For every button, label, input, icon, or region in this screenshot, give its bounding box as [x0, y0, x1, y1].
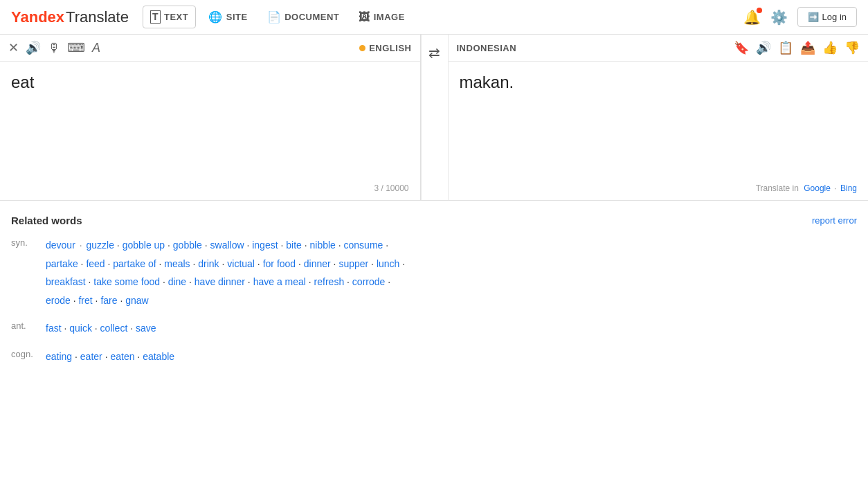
site-icon: 🌐 [208, 10, 223, 24]
source-text-area[interactable]: eat 3 / 10000 [0, 62, 420, 200]
word-refresh[interactable]: refresh [314, 276, 345, 287]
login-button[interactable]: ➡️ Log in [797, 7, 857, 27]
word-partake[interactable]: partake [46, 258, 78, 269]
word-nibble[interactable]: nibble [310, 240, 336, 251]
login-label: Log in [822, 12, 847, 22]
word-fast[interactable]: fast [46, 323, 62, 334]
word-meals[interactable]: meals [164, 258, 190, 269]
target-text: makan. [460, 73, 858, 92]
word-eater[interactable]: eater [80, 351, 102, 362]
notification-dot [757, 8, 762, 13]
word-consume[interactable]: consume [344, 240, 383, 251]
word-quick[interactable]: quick [69, 323, 92, 334]
word-collect[interactable]: collect [100, 323, 128, 334]
target-lang-label: INDONESIAN [457, 43, 517, 53]
word-fare[interactable]: fare [100, 295, 117, 306]
bookmark-button[interactable]: 🔖 [734, 40, 749, 55]
logo-translate: Translate [66, 8, 129, 26]
cogn-label: cogn. [11, 349, 46, 359]
syn-words: devour · guzzle · gobble up · gobble · s… [46, 236, 857, 309]
logo-yandex: Yandex [11, 8, 64, 26]
word-eaten[interactable]: eaten [110, 351, 134, 362]
document-icon: 📄 [267, 10, 282, 24]
source-panel: ✕ 🔊 🎙 ⌨ A ENGLISH eat 3 / 10000 [0, 35, 421, 200]
related-words-section: Related words report error syn. devour ·… [0, 201, 868, 390]
word-eatable[interactable]: eatable [143, 351, 174, 362]
thumbs-down-button[interactable]: 👎 [844, 40, 860, 55]
word-guzzle[interactable]: guzzle [86, 240, 114, 251]
lang-dot [359, 45, 365, 51]
word-victual[interactable]: victual [227, 258, 255, 269]
header: Yandex Translate T TEXT 🌐 SITE 📄 DOCUMEN… [0, 0, 868, 35]
target-toolbar-right: 🔖 🔊 📋 📤 👍 👎 [734, 40, 860, 55]
word-have-dinner[interactable]: have dinner [195, 276, 245, 287]
word-bite[interactable]: bite [286, 240, 302, 251]
word-breakfast[interactable]: breakfast [46, 276, 86, 287]
syn-label: syn. [11, 237, 46, 248]
gear-icon: ⚙️ [770, 10, 788, 25]
char-count: 3 / 10000 [374, 183, 408, 193]
source-lang-text: ENGLISH [369, 43, 411, 53]
word-feed[interactable]: feed [86, 258, 105, 269]
synonyms-row: syn. devour · guzzle · gobble up · gobbl… [11, 236, 857, 309]
translate-in-sep: · [834, 183, 836, 193]
word-erode[interactable]: erode [46, 295, 71, 306]
word-dinner[interactable]: dinner [304, 258, 331, 269]
nav-site-label: SITE [226, 12, 248, 22]
translate-in: Translate in Google · Bing [756, 183, 857, 193]
keyboard-button[interactable]: ⌨ [67, 40, 85, 55]
copy-button[interactable]: 📋 [778, 40, 793, 55]
nav-site[interactable]: 🌐 SITE [201, 6, 254, 28]
related-words-title: Related words [11, 215, 82, 226]
text-icon: T [150, 10, 161, 24]
target-toolbar: INDONESIAN 🔖 🔊 📋 📤 👍 👎 [449, 35, 869, 62]
swap-button[interactable]: ⇄ [421, 35, 449, 200]
bing-link[interactable]: Bing [840, 183, 857, 193]
word-eating[interactable]: eating [46, 351, 72, 362]
word-drink[interactable]: drink [198, 258, 219, 269]
report-error-button[interactable]: report error [812, 215, 857, 226]
cogn-words: eating · eater · eaten · eatable [46, 347, 857, 366]
settings-button[interactable]: ⚙️ [770, 9, 788, 26]
nav-text[interactable]: T TEXT [143, 6, 196, 28]
word-devour[interactable]: devour [46, 240, 75, 251]
header-right: 🔔 ⚙️ ➡️ Log in [743, 7, 857, 27]
login-icon: ➡️ [808, 12, 819, 22]
source-toolbar: ✕ 🔊 🎙 ⌨ A ENGLISH [0, 35, 420, 62]
nav-text-label: TEXT [164, 12, 188, 22]
cognates-row: cogn. eating · eater · eaten · eatable [11, 347, 857, 366]
clear-button[interactable]: ✕ [8, 40, 19, 55]
word-partake-of[interactable]: partake of [113, 258, 156, 269]
word-ingest[interactable]: ingest [252, 240, 278, 251]
image-icon: 🖼 [359, 11, 370, 24]
word-have-a-meal[interactable]: have a meal [253, 276, 306, 287]
nav-document[interactable]: 📄 DOCUMENT [260, 6, 347, 28]
nav-image[interactable]: 🖼 IMAGE [352, 7, 412, 28]
word-for-food[interactable]: for food [263, 258, 296, 269]
related-header-row: Related words report error [11, 215, 857, 226]
word-gobble[interactable]: gobble [173, 240, 202, 251]
word-fret[interactable]: fret [78, 295, 92, 306]
notification-button[interactable]: 🔔 [743, 9, 761, 26]
thumbs-up-button[interactable]: 👍 [822, 40, 838, 55]
word-save[interactable]: save [136, 323, 156, 334]
font-button[interactable]: A [92, 41, 100, 55]
word-supper[interactable]: supper [338, 258, 368, 269]
word-corrode[interactable]: corrode [352, 276, 385, 287]
word-dine[interactable]: dine [168, 276, 186, 287]
microphone-button[interactable]: 🎙 [48, 41, 60, 55]
word-lunch[interactable]: lunch [377, 258, 399, 269]
target-text-area: makan. Translate in Google · Bing [449, 62, 869, 200]
translate-in-label: Translate in [756, 183, 799, 193]
word-gobble-up[interactable]: gobble up [123, 240, 165, 251]
logo: Yandex Translate [11, 8, 129, 26]
google-link[interactable]: Google [804, 183, 831, 193]
antonyms-row: ant. fast · quick · collect · save [11, 319, 857, 338]
source-text: eat [11, 73, 409, 92]
word-gnaw[interactable]: gnaw [125, 295, 148, 306]
share-button[interactable]: 📤 [800, 40, 815, 55]
target-listen-button[interactable]: 🔊 [756, 40, 771, 55]
source-listen-button[interactable]: 🔊 [26, 40, 41, 55]
word-swallow[interactable]: swallow [210, 240, 244, 251]
word-take-some-food[interactable]: take some food [93, 276, 160, 287]
